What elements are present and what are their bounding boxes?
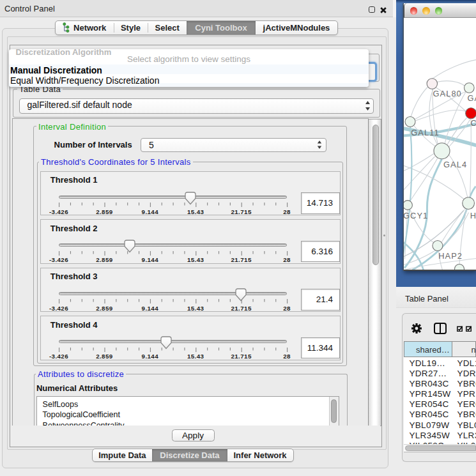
svg-text:GAL11: GAL11	[411, 127, 439, 137]
svg-text:GCY1: GCY1	[404, 211, 428, 220]
svg-text:HAP2: HAP2	[438, 251, 463, 261]
svg-text:H: H	[470, 211, 476, 220]
svg-text:GA: GA	[467, 93, 476, 103]
svg-text:C: C	[470, 118, 476, 128]
svg-text:GAL80: GAL80	[433, 89, 461, 98]
svg-text:GAL4: GAL4	[443, 159, 467, 169]
